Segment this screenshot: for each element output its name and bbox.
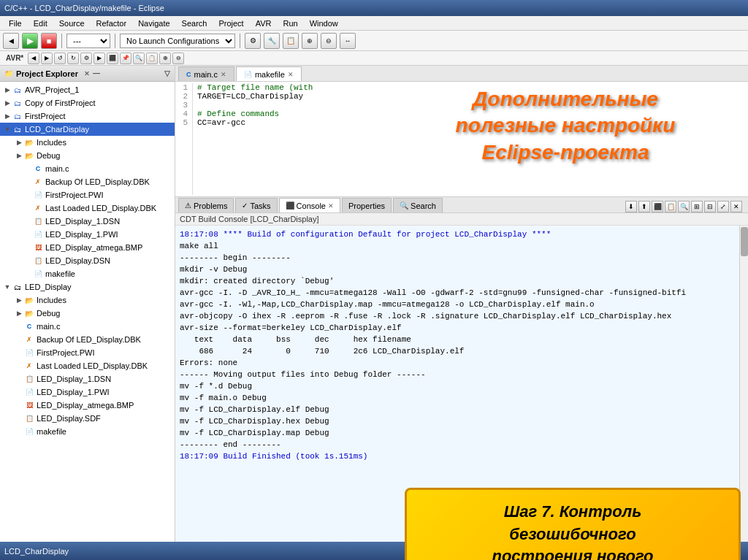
scrollbar-thumb[interactable]: [741, 227, 748, 256]
console-btn-4[interactable]: 📋: [665, 201, 676, 212]
back-button[interactable]: ◀: [3, 33, 19, 49]
avr-btn-7[interactable]: ⬛: [107, 53, 118, 64]
menu-avr[interactable]: AVR: [250, 18, 278, 29]
console-line: mv -f LCD_CharDisplay.map Debug: [180, 427, 735, 439]
avr-btn-5[interactable]: ⚙: [80, 53, 92, 64]
console-btn-1[interactable]: ⬇: [625, 201, 637, 212]
project-icon-led: 🗂: [12, 281, 23, 293]
editor-content[interactable]: 1 2 3 4 5 # Target file name (with TARGE…: [175, 82, 748, 196]
avr-btn-12[interactable]: ⊖: [172, 53, 184, 64]
avr-btn-2[interactable]: ▶: [41, 53, 53, 64]
tree-item-main-c1[interactable]: C main.c: [0, 162, 175, 175]
launch-config-select[interactable]: No Launch Configurations: [120, 34, 235, 48]
file-icon-bmp1: 🖼: [32, 242, 44, 253]
toolbar-select-1[interactable]: ---: [66, 34, 110, 48]
build-button[interactable]: ⚙: [245, 33, 261, 49]
avr-btn-8[interactable]: 📌: [120, 53, 131, 64]
tree-item-makefile1[interactable]: 📄 makefile: [0, 267, 175, 280]
tree-item-led-atmega2[interactable]: 🖼 LED_Display_atmega.BMP: [0, 399, 175, 412]
tree-item-led-pwi1[interactable]: 📄 LED_Display_1.PWI: [0, 228, 175, 241]
console-line: mv -f LCD_CharDisplay.elf Debug: [180, 404, 735, 415]
tree-item-last-led1[interactable]: ✗ Last Loaded LED_Display.DBK: [0, 202, 175, 215]
stop-button[interactable]: ■: [41, 33, 57, 49]
toolbar-btn-8[interactable]: ↔: [340, 33, 356, 49]
toolbar-btn-4[interactable]: 🔧: [264, 33, 280, 49]
project-icon-copy: 🗂: [12, 97, 23, 109]
tree-item-includes2[interactable]: ▶ 📂 Includes: [0, 294, 175, 307]
avr-btn-9[interactable]: 🔍: [133, 53, 145, 64]
tab-search[interactable]: 🔍 Search: [393, 198, 443, 212]
console-btn-6[interactable]: ⊞: [691, 201, 703, 212]
label-debug2: Debug: [37, 309, 60, 318]
run-button[interactable]: ▶: [22, 33, 38, 49]
code-content[interactable]: # Target file name (with TARGET=LCD_Char…: [197, 83, 745, 195]
tree-item-debug2[interactable]: ▶ 📂 Debug: [0, 307, 175, 320]
tree-item-led-dsn3[interactable]: 📋 LED_Display_1.DSN: [0, 372, 175, 386]
avr-btn-6[interactable]: ▶: [94, 53, 105, 64]
line-numbers: 1 2 3 4 5: [178, 83, 193, 195]
tree-item-main-c2[interactable]: C main.c: [0, 320, 175, 333]
avr-btn-4[interactable]: ↻: [67, 53, 79, 64]
tree-item-debug1[interactable]: ▶ 📂 Debug: [0, 149, 175, 162]
tree-item-led-dsn2[interactable]: 📋 LED_Display.DSN: [0, 254, 175, 267]
tab-console[interactable]: ⬛ Console ✕: [279, 198, 340, 212]
console-btn-7[interactable]: ⊟: [704, 201, 716, 212]
tree-item-led-sdf[interactable]: 📋 LED_Display.SDF: [0, 412, 175, 425]
menu-search[interactable]: Search: [176, 18, 213, 29]
tree-item-led-pwi2[interactable]: 📄 LED_Display_1.PWI: [0, 386, 175, 399]
menu-project[interactable]: Project: [213, 18, 249, 29]
menu-file[interactable]: File: [3, 18, 28, 29]
tree-item-first-project[interactable]: ▶ 🗂 FirstProject: [0, 110, 175, 123]
menu-window[interactable]: Window: [304, 18, 344, 29]
label-first-pwi1: FirstProject.PWI: [45, 191, 103, 199]
menu-refactor[interactable]: Refactor: [91, 18, 133, 29]
tree-item-makefile2[interactable]: 📄 makefile: [0, 425, 175, 438]
tree-item-led-atmega1[interactable]: 🖼 LED_Display_atmega.BMP: [0, 241, 175, 254]
arrow-lcd: ▼: [3, 126, 12, 133]
explorer-minimize[interactable]: —: [93, 69, 100, 77]
toolbar-btn-6[interactable]: ⊕: [302, 33, 318, 49]
tab-makefile-close[interactable]: ✕: [288, 71, 294, 78]
tab-makefile[interactable]: 📄 makefile ✕: [236, 66, 302, 81]
console-tab-close: ✕: [328, 202, 334, 210]
tab-main-c[interactable]: C main.c ✕: [178, 66, 234, 81]
toolbar-btn-7[interactable]: ⊖: [321, 33, 337, 49]
console-btn-3[interactable]: ⬛: [652, 201, 663, 212]
tree-item-led-dsn1[interactable]: 📋 LED_Display_1.DSN: [0, 215, 175, 228]
tree-item-led-display[interactable]: ▼ 🗂 LED_Display: [0, 280, 175, 294]
tree-item-first-pwi2[interactable]: 📄 FirstProject.PWI: [0, 346, 175, 359]
console-btn-2[interactable]: ⬆: [638, 201, 650, 212]
tree-item-first-pwi1[interactable]: 📄 FirstProject.PWI: [0, 188, 175, 202]
file-icon-mk2: 📄: [23, 426, 35, 437]
tree-item-last-led2[interactable]: ✗ Last Loaded LED_Display.DBK: [0, 359, 175, 372]
console-output[interactable]: 18:17:08 **** Build of configuration Def…: [175, 226, 739, 542]
menu-edit[interactable]: Edit: [28, 18, 53, 29]
console-btn-5[interactable]: 🔍: [678, 201, 690, 212]
menu-source[interactable]: Source: [53, 18, 91, 29]
tab-main-c-close[interactable]: ✕: [221, 71, 226, 78]
title-bar-text: C/C++ - LCD_CharDisplay/makefile - Eclip…: [4, 4, 164, 12]
tree-item-includes1[interactable]: ▶ 📂 Includes: [0, 136, 175, 149]
avr-btn-1[interactable]: ◀: [28, 53, 39, 64]
tree-item-avr-project1[interactable]: ▶ 🗂 AVR_Project_1: [0, 83, 175, 96]
avr-btn-11[interactable]: ⊕: [159, 53, 171, 64]
tree-item-backup-led2[interactable]: ✗ Backup Of LED_Display.DBK: [0, 333, 175, 346]
tree-item-lcd-chardisplay[interactable]: ▼ 🗂 LCD_CharDisplay: [0, 123, 175, 136]
console-btn-8[interactable]: ⤢: [717, 201, 729, 212]
console-scrollbar[interactable]: [739, 226, 748, 542]
explorer-close[interactable]: ▽: [164, 69, 170, 77]
project-icon-first: 🗂: [12, 110, 23, 122]
tree-item-copy-first[interactable]: ▶ 🗂 Copy of FirstProject: [0, 96, 175, 110]
avr-btn-10[interactable]: 📋: [146, 53, 158, 64]
editor-tabs: C main.c ✕ 📄 makefile ✕: [175, 66, 748, 82]
tab-properties[interactable]: Properties: [342, 198, 392, 212]
tree-item-backup-led1[interactable]: ✗ Backup Of LED_Display.DBK: [0, 175, 175, 188]
tab-problems[interactable]: ⚠ Problems: [178, 198, 234, 212]
tab-tasks[interactable]: ✓ Tasks: [235, 198, 277, 212]
menu-navigate[interactable]: Navigate: [132, 18, 175, 29]
toolbar-btn-5[interactable]: 📋: [283, 33, 299, 49]
avr-btn-3[interactable]: ↺: [54, 53, 66, 64]
file-icon-main-c2: C: [23, 321, 35, 332]
console-btn-9[interactable]: ✕: [730, 201, 742, 212]
menu-run[interactable]: Run: [277, 18, 303, 29]
